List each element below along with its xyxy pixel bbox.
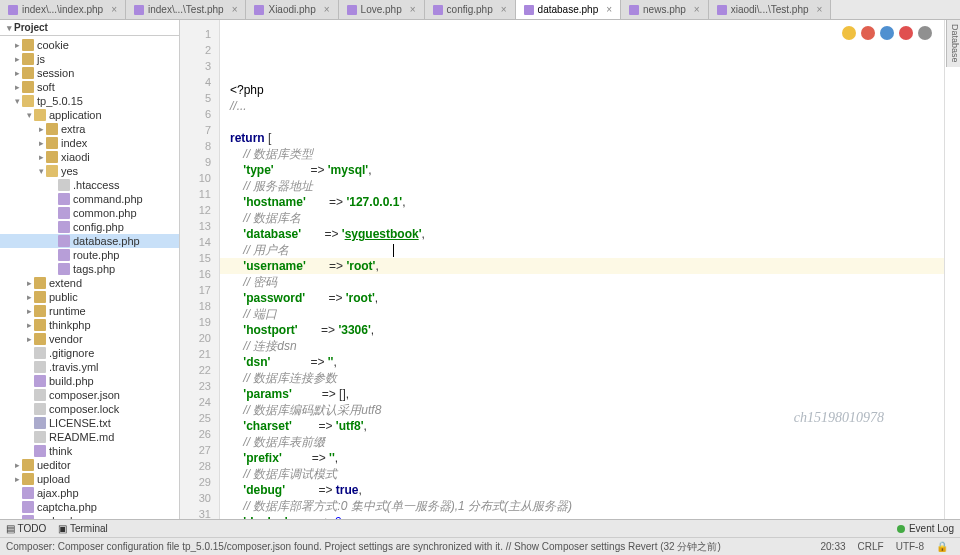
code-line[interactable]: return [ [220,130,944,146]
tree-item[interactable]: ▾yes [0,164,179,178]
code-line[interactable]: // 数据库连接参数 [220,370,944,386]
code-line[interactable]: 'database' => 'syguestbook', [220,226,944,242]
tree-item[interactable]: ▸public [0,290,179,304]
todo-tab[interactable]: ▤ TODO [6,523,46,534]
tree-item[interactable]: ▸ueditor [0,458,179,472]
project-sidebar: ▾ Project ▸cookie▸js▸session▸soft▾tp_5.0… [0,20,180,519]
status-bar: Composer: Composer configuration file tp… [0,537,960,555]
code-line[interactable]: // 端口 [220,306,944,322]
editor-tab[interactable]: Xiaodi.php× [246,0,338,19]
code-line[interactable]: 'username' => 'root', [220,258,944,274]
code-line[interactable]: // 数据库表前缀 [220,434,944,450]
code-line[interactable]: 'password' => 'root', [220,290,944,306]
browser-icon[interactable] [842,26,856,40]
code-line[interactable]: // 密码 [220,274,944,290]
tree-item[interactable]: .gitignore [0,346,179,360]
editor-tab[interactable]: index\...\Test.php× [126,0,246,19]
event-log-tab[interactable]: Event Log [897,523,954,534]
project-header[interactable]: ▾ Project [0,20,179,36]
tree-item[interactable]: ▸js [0,52,179,66]
code-line[interactable]: 'charset' => 'utf8', [220,418,944,434]
encoding[interactable]: UTF-8 [890,541,930,552]
code-line[interactable]: // 数据库编码默认采用utf8 [220,402,944,418]
code-line[interactable]: <?php [220,82,944,98]
tree-item[interactable]: database.php [0,234,179,248]
code-line[interactable]: 'dsn' => '', [220,354,944,370]
tree-item[interactable]: ▸upload [0,472,179,486]
tree-item[interactable]: ▸vendor [0,332,179,346]
bottom-toolbar: ▤ TODO ▣ Terminal Event Log [0,519,960,537]
tree-item[interactable]: ▸index [0,136,179,150]
code-line[interactable]: 'type' => 'mysql', [220,162,944,178]
tree-item[interactable]: README.md [0,430,179,444]
tree-item[interactable]: common.php [0,206,179,220]
code-line[interactable]: // 数据库类型 [220,146,944,162]
code-line[interactable]: 'debug' => true, [220,482,944,498]
database-tool-tab[interactable]: Database [946,20,960,67]
tree-item[interactable]: config.php [0,220,179,234]
line-sep[interactable]: CRLF [852,541,890,552]
file-tree: ▸cookie▸js▸session▸soft▾tp_5.0.15▾applic… [0,36,179,519]
code-line[interactable]: //... [220,98,944,114]
code-line[interactable]: // 用户名 [220,242,944,258]
code-line[interactable]: // 服务器地址 [220,178,944,194]
tree-item[interactable]: captcha.php [0,500,179,514]
tree-item[interactable]: ▸extra [0,122,179,136]
editor-tab[interactable]: news.php× [621,0,709,19]
code-line[interactable] [220,114,944,130]
tree-item[interactable]: ▸extend [0,276,179,290]
code-line[interactable]: 'params' => [], [220,386,944,402]
tree-item[interactable]: ▾tp_5.0.15 [0,94,179,108]
code-line[interactable]: 'hostname' => '127.0.0.1', [220,194,944,210]
status-message: Composer: Composer configuration file tp… [6,540,721,554]
browser-icon[interactable] [918,26,932,40]
browser-icon[interactable] [899,26,913,40]
project-label: Project [14,22,48,33]
code-line[interactable]: 'prefix' => '', [220,450,944,466]
tree-item[interactable]: command.php [0,192,179,206]
inspections-widget[interactable] [842,26,932,40]
editor-tab[interactable]: config.php× [425,0,516,19]
code-line[interactable]: // 连接dsn [220,338,944,354]
tree-item[interactable]: think [0,444,179,458]
code-line[interactable]: // 数据库调试模式 [220,466,944,482]
lock-icon[interactable]: 🔒 [930,541,954,552]
editor-tab[interactable]: index\...\index.php× [0,0,126,19]
code-line[interactable]: // 数据库名 [220,210,944,226]
code-line[interactable]: 'deploy' => 0, [220,514,944,519]
editor-tab[interactable]: database.php× [516,0,621,19]
tree-item[interactable]: LICENSE.txt [0,416,179,430]
tree-item[interactable]: ▸soft [0,80,179,94]
tree-item[interactable]: ▾application [0,108,179,122]
tree-item[interactable]: route.php [0,248,179,262]
tree-item[interactable]: composer.lock [0,402,179,416]
tree-item[interactable]: ▸cookie [0,38,179,52]
code-line[interactable]: 'hostport' => '3306', [220,322,944,338]
tree-item[interactable]: composer.json [0,388,179,402]
editor: 1234567891011121314151617181920212223242… [180,20,960,519]
tree-item[interactable]: ▸runtime [0,304,179,318]
tree-item[interactable]: ajax.php [0,486,179,500]
editor-tab[interactable]: Love.php× [339,0,425,19]
line-gutter: 1234567891011121314151617181920212223242… [180,20,220,519]
editor-tab[interactable]: xiaodi\...\Test.php× [709,0,832,19]
tree-item[interactable]: ▸thinkphp [0,318,179,332]
browser-icon[interactable] [880,26,894,40]
editor-tabs: index\...\index.php×index\...\Test.php×X… [0,0,960,20]
tree-item[interactable]: .travis.yml [0,360,179,374]
code-line[interactable]: // 数据库部署方式:0 集中式(单一服务器),1 分布式(主从服务器) [220,498,944,514]
browser-icon[interactable] [861,26,875,40]
right-gutter [944,20,960,519]
tree-item[interactable]: tags.php [0,262,179,276]
terminal-tab[interactable]: ▣ Terminal [58,523,107,534]
tree-item[interactable]: ▸xiaodi [0,150,179,164]
tree-item[interactable]: build.php [0,374,179,388]
tree-item[interactable]: ▸session [0,66,179,80]
tree-item[interactable]: .htaccess [0,178,179,192]
caret-position[interactable]: 20:33 [815,541,852,552]
code-area[interactable]: ch15198010978 <?php//...return [ // 数据库类… [220,20,944,519]
